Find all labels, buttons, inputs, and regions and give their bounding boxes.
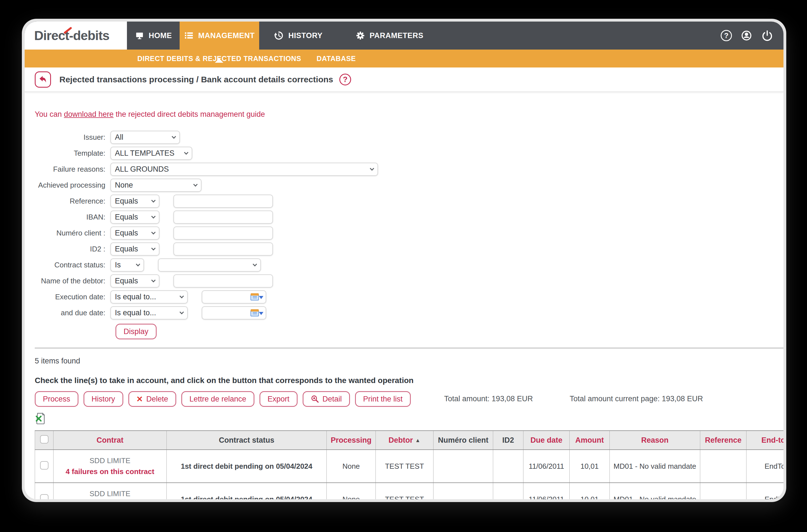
filter-label: Achieved processing (35, 181, 110, 190)
filter-row-achieved-processing: Achieved processing None (35, 177, 784, 193)
filter-label: IBAN: (35, 213, 110, 222)
filter-label: Numéro client : (35, 229, 110, 238)
filter-label: Template: (35, 149, 110, 158)
print-list-button[interactable]: Print the list (355, 391, 411, 407)
chevron-down-icon (193, 182, 198, 187)
col-reason[interactable]: Reason (610, 431, 700, 450)
cell-id2 (493, 450, 524, 483)
select-value: Is equal to... (115, 308, 156, 317)
subnav-label-database: DATABASE (317, 55, 356, 62)
cell-id2 (493, 483, 524, 499)
nav-tab-management[interactable]: MANAGEMENT (180, 22, 259, 50)
nav-label-management: MANAGEMENT (198, 31, 255, 40)
row-checkbox[interactable] (40, 494, 49, 499)
iban-operator-select[interactable]: Equals (110, 211, 160, 224)
detail-button[interactable]: Detail (302, 391, 350, 407)
nav-label-home: HOME (149, 31, 172, 40)
template-select[interactable]: ALL TEMPLATES (110, 147, 192, 160)
help-icon[interactable]: ? (721, 30, 732, 41)
col-processing[interactable]: Processing (327, 431, 376, 450)
back-button[interactable] (35, 71, 51, 88)
calendar-icon[interactable] (251, 309, 259, 317)
due-date-operator-select[interactable]: Is equal to... (110, 306, 188, 320)
lettre-de-relance-button[interactable]: Lettre de relance (181, 391, 254, 407)
col-contract-status[interactable]: Contract status (167, 431, 327, 450)
gear-icon (355, 31, 365, 40)
power-icon[interactable] (761, 30, 773, 42)
numero-client-input[interactable] (173, 227, 273, 240)
select-value: ALL TEMPLATES (115, 149, 175, 158)
sort-asc-icon: ▲ (415, 437, 421, 443)
chevron-down-icon (172, 134, 176, 139)
numero-client-operator-select[interactable]: Equals (110, 227, 160, 240)
filter-row-template: Template: ALL TEMPLATES (35, 145, 784, 161)
calendar-dropdown-caret[interactable] (259, 296, 263, 299)
col-contrat[interactable]: Contrat (54, 431, 167, 450)
subnav-item-database[interactable]: DATABASE (317, 55, 356, 63)
contract-status-operator-select[interactable]: Is (110, 259, 144, 272)
contract-alert[interactable]: 4 failures on this contract (56, 467, 164, 476)
col-due-date[interactable]: Due date (524, 431, 570, 450)
cell-end-to-end: EndToEnd (747, 450, 784, 483)
chevron-down-icon (136, 262, 140, 267)
col-amount[interactable]: Amount (570, 431, 610, 450)
col-reference[interactable]: Reference (700, 431, 747, 450)
delete-button[interactable]: ✕Delete (128, 391, 177, 407)
row-checkbox[interactable] (40, 461, 49, 470)
back-arrow-icon (38, 75, 48, 84)
debtor-name-operator-select[interactable]: Equals (110, 274, 160, 288)
nav-tab-home[interactable]: HOME (127, 22, 180, 50)
id2-operator-select[interactable]: Equals (110, 243, 160, 255)
excel-export-icon[interactable] (35, 413, 45, 424)
nav-tab-history[interactable]: HISTORY (265, 22, 331, 50)
filter-label: Name of the debtor: (35, 277, 110, 285)
failure-reasons-select[interactable]: ALL GROUNDS (110, 163, 378, 176)
contract-status-select[interactable] (158, 259, 261, 272)
iban-input[interactable] (173, 211, 273, 224)
main-content: You can download here the rejected direc… (25, 110, 784, 499)
nav-label-history: HISTORY (288, 31, 323, 40)
history-icon (274, 31, 284, 41)
col-debtor-label: Debtor (389, 436, 413, 444)
table-row: SDD LIMITE4 failures on this contract 1s… (35, 450, 784, 483)
subnav-item-direct-debits[interactable]: DIRECT DEBITS & REJECTED TRANSACTIONS (137, 55, 301, 63)
display-button[interactable]: Display (115, 324, 157, 339)
chevron-down-icon (151, 198, 156, 203)
calendar-dropdown-caret[interactable] (259, 312, 263, 315)
list-icon (184, 31, 194, 40)
active-tab-caret (215, 58, 223, 63)
chevron-down-icon (151, 214, 156, 219)
export-button[interactable]: Export (259, 391, 298, 407)
download-guide-link[interactable]: download here (64, 110, 113, 118)
col-debtor[interactable]: Debtor▲ (376, 431, 434, 450)
title-help-glyph: ? (343, 75, 348, 84)
filter-row-reference: Reference: Equals (35, 193, 784, 209)
filter-row-failure-reasons: Failure reasons: ALL GROUNDS (35, 161, 784, 177)
achieved-processing-select[interactable]: None (110, 179, 201, 192)
select-all-cell (35, 431, 54, 450)
history-button[interactable]: History (84, 391, 123, 407)
nav-label-parameters: PARAMETERS (370, 31, 423, 40)
calendar-icon[interactable] (251, 293, 259, 301)
user-icon[interactable] (740, 30, 753, 42)
select-all-checkbox[interactable] (40, 435, 49, 443)
col-id2[interactable]: ID2 (493, 431, 524, 450)
select-value: All (115, 133, 123, 142)
col-end-to-end[interactable]: End-to-end (747, 431, 784, 450)
chevron-down-icon (253, 262, 257, 267)
execution-date-operator-select[interactable]: Is equal to... (110, 290, 188, 304)
reference-operator-select[interactable]: Equals (110, 195, 160, 208)
cell-amount: 10,01 (570, 483, 610, 499)
col-numero-client[interactable]: Numéro client (434, 431, 493, 450)
issuer-select[interactable]: All (110, 131, 180, 144)
nav-tab-parameters[interactable]: PARAMETERS (347, 22, 432, 50)
process-button[interactable]: Process (35, 391, 78, 407)
logo-area: Direct-debits (25, 22, 127, 50)
cell-reason: MD01 - No valid mandate (610, 450, 700, 483)
reference-input[interactable] (173, 195, 273, 208)
app-logo: Direct-debits (34, 28, 109, 43)
title-help-icon[interactable]: ? (339, 74, 351, 86)
select-value: Equals (115, 229, 138, 238)
id2-input[interactable] (173, 243, 273, 255)
debtor-name-input[interactable] (173, 274, 273, 288)
